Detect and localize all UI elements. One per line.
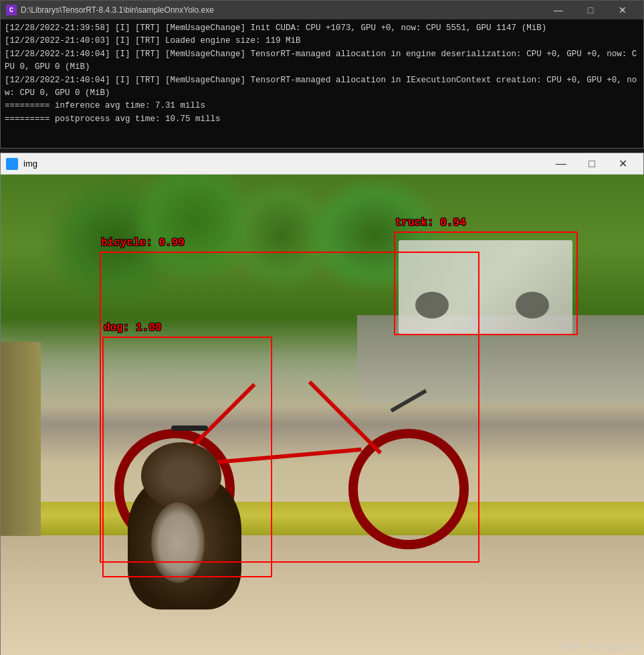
truck-wheel-left (415, 292, 449, 318)
truck-wheel-right (516, 292, 549, 318)
terminal-app-icon: C (6, 5, 17, 15)
terminal-close-button[interactable]: ✕ (607, 1, 638, 19)
image-titlebar: img — □ ✕ (1, 153, 643, 175)
watermark: CSDN @wanggao90 (560, 642, 638, 652)
terminal-window: C D:\Librarys\TensorRT-8.4.3.1\bin\sampl… (0, 0, 644, 149)
image-window-controls: — □ ✕ (546, 153, 638, 175)
image-title: img (23, 159, 37, 169)
image-minimize-button[interactable]: — (546, 153, 576, 175)
terminal-title-area: C D:\Librarys\TensorRT-8.4.3.1\bin\sampl… (6, 5, 214, 15)
truck-shape (399, 240, 572, 334)
detection-image: bicycle: 0.99dog: 1.00truck: 0.94 CSDN @… (1, 175, 644, 655)
terminal-minimize-button[interactable]: — (543, 1, 574, 19)
image-app-icon (6, 158, 18, 170)
terminal-titlebar: C D:\Librarys\TensorRT-8.4.3.1\bin\sampl… (1, 1, 643, 19)
terminal-output: [12/28/2022-21:39:58] [I] [TRT] [MemUsag… (1, 19, 643, 128)
terminal-maximize-button[interactable]: □ (575, 1, 606, 19)
image-title-area: img (6, 158, 37, 170)
left-wall (1, 342, 41, 536)
terminal-window-controls: — □ ✕ (543, 1, 638, 19)
image-close-button[interactable]: ✕ (607, 153, 638, 175)
image-maximize-button[interactable]: □ (576, 153, 607, 175)
terminal-title: D:\Librarys\TensorRT-8.4.3.1\bin\sampleO… (21, 5, 214, 15)
image-window: img — □ ✕ (0, 153, 644, 655)
dog-silhouette (108, 436, 268, 643)
